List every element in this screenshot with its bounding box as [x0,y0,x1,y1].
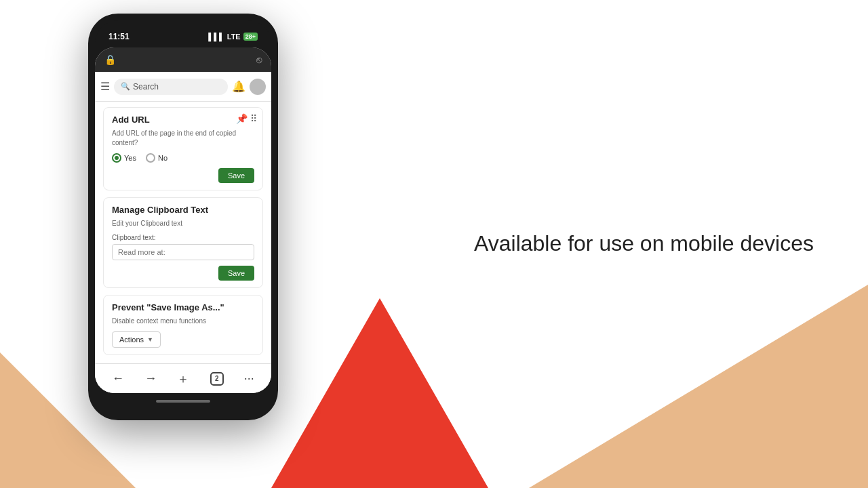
clipboard-subtitle: Edit your Clipboard text [112,219,254,228]
browser-toolbar: 🔒 ⎋ [95,47,271,72]
home-indicator [95,393,271,409]
web-content: ☰ 🔍 Search 🔔 📌 ⠿ [95,72,271,363]
radio-no[interactable]: No [146,153,167,163]
add-url-save-button[interactable]: Save [218,168,254,183]
home-bar [156,400,210,403]
card-actions: 📌 ⠿ [236,113,257,124]
signal-icon: ▌▌▌ [208,33,224,41]
add-url-title: Add URL [112,115,254,125]
radio-yes[interactable]: Yes [112,153,136,163]
share-icon: ⎋ [256,54,262,65]
phone-body: 11:51 ▌▌▌ LTE 28+ 🔒 ⎋ ☰ 🔍 S [88,14,278,420]
back-button[interactable]: ← [112,371,124,386]
phone-screen: 🔒 ⎋ ☰ 🔍 Search 🔔 [95,47,271,393]
tabs-count-badge[interactable]: 2 [210,372,224,386]
status-bar: 11:51 ▌▌▌ LTE 28+ [95,20,271,47]
web-sections: 📌 ⠿ Add URL Add URL of the page in the e… [95,102,271,363]
manage-clipboard-card: Manage Clipboard Text Edit your Clipboar… [103,197,263,288]
lte-label: LTE [227,33,241,41]
clipboard-field-label: Clipboard text: [112,234,254,241]
radio-yes-circle [112,153,121,163]
prevent-title: Prevent "Save Image As..." [112,302,254,312]
bg-decoration-peach [529,285,868,488]
hamburger-button[interactable]: ☰ [100,80,110,93]
bg-decoration-red [271,298,488,488]
add-url-card: 📌 ⠿ Add URL Add URL of the page in the e… [103,107,263,190]
avatar[interactable] [250,79,266,95]
more-button[interactable]: ··· [244,371,254,386]
add-url-description: Add URL of the page in the end of copied… [112,129,254,148]
actions-label: Actions [119,336,144,344]
clipboard-title: Manage Clipboard Text [112,205,254,215]
pin-icon[interactable]: 📌 [236,113,248,124]
actions-button[interactable]: Actions ▼ [112,331,161,348]
chevron-down-icon: ▼ [147,336,153,343]
browser-bottom-nav: ← → ＋ 2 ··· [95,363,271,393]
web-navbar: ☰ 🔍 Search 🔔 [95,72,271,102]
prevent-description: Disable context menu functions [112,317,254,326]
status-right: ▌▌▌ LTE 28+ [208,33,258,41]
bell-icon[interactable]: 🔔 [232,80,245,93]
status-time: 11:51 [108,32,130,41]
search-bar-container[interactable]: 🔍 Search [114,79,228,95]
radio-no-circle [146,153,155,163]
tagline-text: Available for use on mobile devices [474,230,814,258]
clipboard-save-button[interactable]: Save [218,266,254,281]
prevent-save-image-card: Prevent "Save Image As..." Disable conte… [103,295,263,355]
new-tab-button[interactable]: ＋ [177,371,189,387]
phone-mockup: 11:51 ▌▌▌ LTE 28+ 🔒 ⎋ ☰ 🔍 S [88,14,278,420]
search-icon: 🔍 [121,82,130,91]
forward-button[interactable]: → [144,371,157,386]
add-url-radio-group: Yes No [112,153,254,163]
search-input-value: Search [133,82,159,92]
battery-badge: 28+ [243,33,258,41]
clipboard-text-input[interactable] [112,244,254,260]
lock-icon: 🔒 [104,54,116,65]
radio-no-label: No [158,154,167,162]
grid-icon[interactable]: ⠿ [250,113,257,124]
radio-yes-label: Yes [124,154,136,162]
